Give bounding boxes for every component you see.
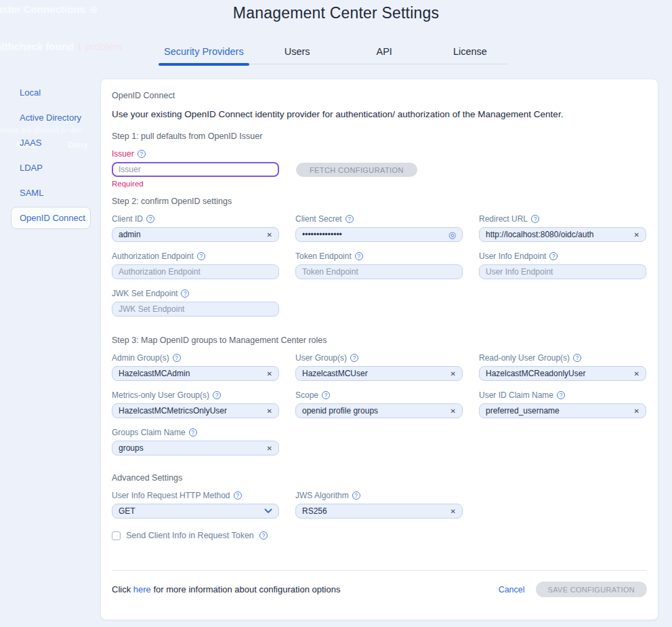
scope-input[interactable]: openid profile groups ✕	[295, 403, 463, 418]
help-icon[interactable]: ?	[345, 215, 354, 223]
groups-claim-label: Groups Claim Name?	[112, 428, 279, 437]
readonly-groups-input[interactable]: HazelcastMCReadonlyUser ✕	[479, 366, 646, 381]
field-metrics-groups: Metrics-only User Group(s)? HazelcastMCM…	[112, 390, 279, 418]
metrics-groups-input[interactable]: HazelcastMCMetricsOnlyUser ✕	[112, 403, 279, 418]
help-icon[interactable]: ?	[350, 354, 358, 362]
cancel-button[interactable]: Cancel	[499, 585, 525, 594]
authorization-endpoint-label: Authorization Endpoint?	[112, 251, 279, 261]
help-icon[interactable]: ?	[531, 215, 539, 223]
field-readonly-groups: Read-only User Group(s)? HazelcastMCRead…	[479, 353, 646, 381]
issuer-input[interactable]: Issuer	[112, 162, 279, 177]
field-admin-groups: Admin Group(s)? HazelcastMCAdmin ✕	[112, 353, 279, 381]
sidebar-item-saml[interactable]: SAML	[11, 182, 91, 204]
help-icon[interactable]: ?	[189, 428, 197, 437]
ghost-healthcheck: althcheck found 1 problem	[0, 41, 122, 52]
panel-description: Use your existing OpenID Connect identit…	[112, 109, 647, 119]
send-client-info-row: Send Client Info in Request Token ?	[112, 531, 647, 540]
help-icon[interactable]: ?	[352, 491, 360, 500]
issuer-placeholder: Issuer	[119, 165, 272, 174]
admin-groups-label: Admin Group(s)?	[112, 353, 279, 363]
user-groups-label: User Group(s)?	[295, 353, 463, 363]
help-icon[interactable]: ?	[322, 391, 330, 399]
sidebar-item-jaas[interactable]: JAAS	[11, 132, 91, 154]
help-icon[interactable]: ?	[138, 150, 146, 158]
field-authorization-endpoint: Authorization Endpoint? Authorization En…	[112, 251, 279, 279]
authorization-endpoint-input[interactable]: Authorization Endpoint	[112, 264, 279, 279]
field-user-groups: User Group(s)? HazelcastMCUser ✕	[295, 353, 463, 381]
tab-security-providers[interactable]: Security Providers	[159, 42, 249, 64]
client-secret-input[interactable]: •••••••••••••• ◎	[295, 227, 463, 242]
client-id-input[interactable]: admin ✕	[112, 227, 279, 242]
user-id-claim-input[interactable]: preferred_username ✕	[479, 403, 646, 418]
jws-algorithm-label: JWS Algorithm?	[295, 491, 463, 500]
field-user-id-claim: User ID Claim Name? preferred_username ✕	[479, 390, 646, 418]
redirect-url-label: Redirect URL?	[479, 214, 646, 224]
help-icon[interactable]: ?	[259, 531, 268, 540]
security-provider-sidebar: Local Active Directory JAAS LDAP SAML Op…	[11, 81, 91, 232]
send-client-info-checkbox[interactable]	[112, 531, 121, 540]
sidebar-item-openid-connect[interactable]: OpenID Connect	[11, 207, 91, 229]
help-icon[interactable]: ?	[146, 215, 154, 223]
step1-heading: Step 1: pull defaults from OpenID Issuer	[112, 132, 647, 141]
clear-icon[interactable]: ✕	[450, 407, 456, 415]
jwk-set-endpoint-input[interactable]: JWK Set Endpoint	[112, 302, 279, 317]
issuer-label: Issuer ?	[112, 149, 647, 159]
footer-info-text: Click here for more information about co…	[112, 584, 340, 594]
eye-icon[interactable]: ◎	[448, 230, 456, 239]
jws-algorithm-input[interactable]: RS256 ✕	[295, 504, 463, 519]
clear-icon[interactable]: ✕	[450, 370, 456, 378]
user-info-endpoint-input[interactable]: User Info Endpoint	[479, 264, 646, 279]
sidebar-item-active-directory[interactable]: Active Directory	[11, 106, 91, 129]
token-endpoint-input[interactable]: Token Endpoint	[295, 264, 463, 279]
tab-license[interactable]: License	[448, 42, 492, 64]
token-endpoint-label: Token Endpoint?	[295, 251, 463, 261]
groups-claim-input[interactable]: groups ✕	[112, 441, 279, 456]
panel-footer: Click here for more information about co…	[112, 571, 647, 597]
help-icon[interactable]: ?	[573, 354, 581, 362]
help-icon[interactable]: ?	[213, 391, 221, 399]
fetch-configuration-button[interactable]: FETCH CONFIGURATION	[296, 163, 417, 177]
help-icon[interactable]: ?	[181, 289, 189, 298]
field-redirect-url: Redirect URL? http://localhost:8080/oidc…	[479, 214, 646, 242]
field-client-id: Client ID? admin ✕	[112, 214, 279, 242]
openid-connect-panel: OpenID Connect Use your existing OpenID …	[100, 79, 658, 620]
clear-icon[interactable]: ✕	[267, 370, 272, 378]
client-id-label: Client ID?	[112, 214, 279, 224]
redirect-url-input[interactable]: http://localhost:8080/oidc/auth ✕	[479, 227, 646, 242]
step2-heading: Step 2: confirm OpenID settings	[112, 197, 647, 206]
sidebar-item-ldap[interactable]: LDAP	[11, 157, 91, 179]
clear-icon[interactable]: ✕	[450, 508, 456, 515]
client-secret-label: Client Secret?	[295, 214, 463, 224]
help-icon[interactable]: ?	[355, 252, 363, 260]
http-method-label: User Info Request HTTP Method?	[112, 491, 279, 500]
tab-api[interactable]: API	[371, 42, 398, 64]
help-icon[interactable]: ?	[557, 391, 565, 399]
clear-icon[interactable]: ✕	[634, 231, 639, 239]
settings-tabs: Security Providers Users API License	[159, 42, 508, 64]
metrics-groups-label: Metrics-only User Group(s)?	[112, 390, 279, 400]
jwk-set-endpoint-label: JWK Set Endpoint?	[112, 289, 279, 298]
user-groups-input[interactable]: HazelcastMCUser ✕	[295, 366, 463, 381]
help-icon[interactable]: ?	[234, 491, 242, 500]
send-client-info-label: Send Client Info in Request Token	[126, 531, 254, 540]
field-scope: Scope? openid profile groups ✕	[295, 390, 463, 418]
chevron-down-icon	[264, 508, 272, 514]
user-id-claim-label: User ID Claim Name?	[479, 390, 646, 400]
clear-icon[interactable]: ✕	[267, 445, 272, 452]
clear-icon[interactable]: ✕	[634, 407, 639, 415]
clear-icon[interactable]: ✕	[267, 407, 272, 415]
help-icon[interactable]: ?	[549, 252, 558, 260]
advanced-settings-heading: Advanced Settings	[112, 473, 647, 483]
help-icon[interactable]: ?	[197, 252, 205, 260]
sidebar-item-local[interactable]: Local	[11, 81, 91, 104]
field-client-secret: Client Secret? •••••••••••••• ◎	[295, 214, 463, 242]
help-icon[interactable]: ?	[173, 354, 181, 362]
page-title: Management Center Settings	[0, 4, 672, 22]
tab-users[interactable]: Users	[279, 42, 316, 64]
more-info-link[interactable]: here	[133, 584, 151, 594]
save-configuration-button[interactable]: SAVE CONFIGURATION	[536, 582, 647, 597]
http-method-select[interactable]: GET	[112, 504, 279, 519]
admin-groups-input[interactable]: HazelcastMCAdmin ✕	[112, 366, 279, 381]
clear-icon[interactable]: ✕	[634, 370, 639, 378]
clear-icon[interactable]: ✕	[267, 231, 272, 239]
